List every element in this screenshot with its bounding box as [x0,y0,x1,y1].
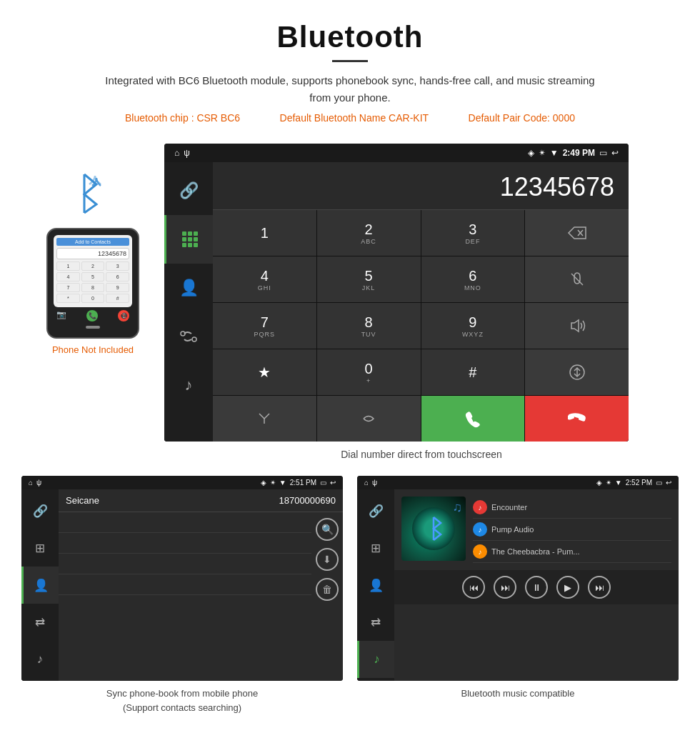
music-sidebar-link[interactable]: 🔗 [357,492,394,529]
dialer-sidebar: 🔗 👤 [164,162,213,442]
pb-sidebar-music[interactable]: ♪ [21,641,59,678]
music-art-inner [412,507,455,550]
dial-key-8[interactable]: 8TUV [317,303,421,349]
svg-point-11 [192,337,196,341]
pb-sidebar-transfer[interactable]: ⇄ [21,604,59,641]
svg-rect-4 [182,237,186,241]
dial-key-1[interactable]: 1 [213,210,316,256]
music-rewind-button[interactable]: ⏭ [494,576,516,599]
title-divider [332,60,368,62]
phonebook-caption: Sync phone-book from mobile phone (Suppo… [106,681,258,717]
dial-key-0[interactable]: 0+ [317,349,421,395]
phone-home-button[interactable] [86,326,100,329]
sidebar-btn-music[interactable]: ♪ [164,361,213,409]
dial-key-merge[interactable] [213,396,316,442]
music-track-2[interactable]: ♪ Pump Audio [473,519,671,541]
phone-not-included-label: Phone Not Included [52,344,134,355]
bluetooth-symbol-container [61,165,125,222]
svg-marker-15 [571,320,579,331]
track-icon-3: ♪ [473,544,487,559]
pb-sidebar-contacts[interactable]: 👤 [21,567,59,604]
phone-icon-camera: 📷 [56,310,66,321]
pb-download-button[interactable]: ⬇ [316,548,339,571]
dial-key-2[interactable]: 2ABC [317,210,421,256]
phonebook-entries [59,512,311,607]
dialer-body: 🔗 👤 [164,162,629,442]
music-sig-icon: ▼ [615,479,622,487]
pb-sidebar-dialpad[interactable]: ⊞ [21,529,59,567]
phone-key-4[interactable]: 4 [56,272,80,281]
dial-key-4[interactable]: 4GHI [213,256,316,302]
page-description: Integrated with BC6 Bluetooth module, su… [100,72,600,106]
dial-key-5[interactable]: 5JKL [317,256,421,302]
pb-entry-1[interactable] [59,512,311,533]
phone-key-0[interactable]: 0 [81,294,105,303]
dialer-section: ⌂ ψ ◈ ✴ ▼ 2:49 PM ▭ ↩ 🔗 [164,144,679,463]
phone-key-2[interactable]: 2 [81,261,105,271]
dial-key-7[interactable]: 7PQRS [213,303,316,349]
phone-call-button[interactable]: 📞 [86,310,98,321]
phonebook-sidebar: 🔗 ⊞ 👤 ⇄ ♪ [21,489,59,681]
pb-entry-2[interactable] [59,533,311,554]
phone-contact-bar: Add to Contacts [56,238,129,246]
dial-key-backspace[interactable] [525,210,629,256]
dial-key-shuffle[interactable] [317,396,421,442]
dial-key-6[interactable]: 6MNO [421,256,525,302]
pb-usb-icon: ψ [36,479,41,487]
phone-key-star[interactable]: * [56,294,80,303]
music-sidebar-music[interactable]: ♪ [357,641,394,678]
sidebar-btn-transfer[interactable] [164,312,213,361]
music-next-button[interactable]: ⏭ [588,576,611,599]
music-sidebar-contacts[interactable]: 👤 [357,567,394,604]
music-pause-button[interactable]: ⏸ [525,576,548,599]
dial-key-9[interactable]: 9WXYZ [421,303,525,349]
phone-key-8[interactable]: 8 [81,283,105,292]
svg-rect-3 [194,231,198,236]
music-caption: Bluetooth music compatible [461,681,575,704]
pb-bt-icon: ✴ [270,479,276,487]
pb-sig-icon: ▼ [279,479,286,487]
dialer-status-bar: ⌂ ψ ◈ ✴ ▼ 2:49 PM ▭ ↩ [164,144,629,162]
phone-key-hash[interactable]: # [106,294,129,303]
sidebar-btn-link[interactable]: 🔗 [164,166,213,215]
dial-key-hash[interactable]: # [421,349,525,395]
pb-sidebar-link[interactable]: 🔗 [21,492,59,529]
status-right-icons: ◈ ✴ ▼ 2:49 PM ▭ ↩ [528,148,619,158]
phone-key-7[interactable]: 7 [56,283,80,292]
phone-end-button[interactable]: 📵 [118,310,129,321]
sidebar-btn-contacts[interactable]: 👤 [164,264,213,312]
usb-icon: ψ [184,148,190,158]
dial-key-call[interactable] [421,396,525,442]
track-name-3: The Cheebacbra - Pum... [491,547,580,556]
track-name-1: Encounter [491,503,527,512]
music-track-3[interactable]: ♪ The Cheebacbra - Pum... [473,541,671,563]
music-play-button[interactable]: ▶ [556,576,579,599]
pb-entry-3[interactable] [59,554,311,574]
pb-contact-name: Seicane [66,495,99,506]
phone-key-1[interactable]: 1 [56,261,80,271]
spec-pair: Default Pair Code: 0000 [469,112,575,124]
pb-entry-4[interactable] [59,574,311,595]
music-prev-button[interactable]: ⏮ [462,576,485,599]
phone-key-3[interactable]: 3 [106,261,129,271]
music-sidebar-dialpad[interactable]: ⊞ [357,529,394,567]
pb-search-button[interactable]: 🔍 [316,518,339,541]
dial-key-volume[interactable] [525,303,629,349]
dial-key-mute[interactable] [525,256,629,302]
dial-key-star[interactable]: ★ [213,349,316,395]
dial-key-3[interactable]: 3DEF [421,210,525,256]
battery-icon: ▭ [599,148,607,158]
status-left-icons: ⌂ ψ [174,148,190,158]
music-track-1[interactable]: ♪ Encounter [473,497,671,519]
phone-key-6[interactable]: 6 [106,272,129,281]
sidebar-btn-dialpad[interactable] [164,215,213,264]
pb-delete-button[interactable]: 🗑 [316,578,339,601]
dial-key-swap[interactable] [525,349,629,395]
phone-key-9[interactable]: 9 [106,283,129,292]
music-sidebar-transfer[interactable]: ⇄ [357,604,394,641]
dialer-main: 12345678 1 2ABC 3DEF [213,162,629,442]
phone-key-5[interactable]: 5 [81,272,105,281]
svg-rect-7 [182,243,186,247]
dial-key-end[interactable] [525,396,629,442]
music-loc-icon: ◈ [596,479,602,487]
